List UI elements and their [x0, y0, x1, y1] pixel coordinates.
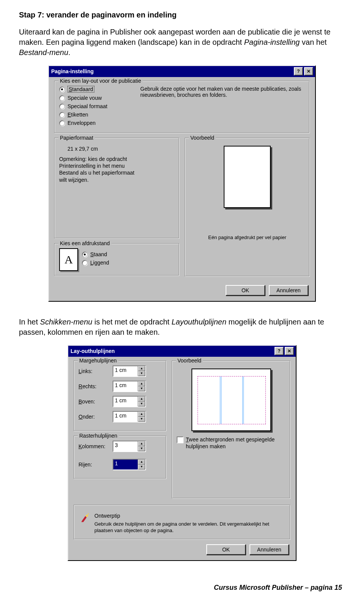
- paper-note: Opmerking: kies de opdracht Printerinste…: [59, 156, 143, 183]
- chevron-up-icon[interactable]: ▲: [138, 366, 145, 371]
- spin-onder[interactable]: 1 cm ▲▼: [113, 411, 146, 422]
- chevron-down-icon[interactable]: ▼: [138, 465, 145, 469]
- spin-value: 1: [113, 460, 138, 469]
- label-rijen: Rijen:: [78, 462, 113, 468]
- spin-rijen[interactable]: 1 ▲▼: [113, 459, 146, 470]
- dialog-title: Pagina-instelling: [51, 68, 94, 74]
- grid-legend: Rasterhulplijnen: [78, 433, 119, 439]
- wizard-icon: [80, 513, 91, 523]
- spin-rechts[interactable]: 1 cm ▲▼: [113, 381, 146, 392]
- close-icon[interactable]: ✕: [285, 347, 294, 355]
- text-italic: Schikken-menu: [40, 318, 93, 326]
- spin-links[interactable]: 1 cm ▲▼: [113, 365, 146, 377]
- radio-label: Standaard: [67, 86, 94, 93]
- orientation-legend: Kies een afdrukstand: [58, 240, 111, 246]
- page-preview-icon: [224, 146, 271, 208]
- spin-value: 1 cm: [113, 366, 138, 376]
- step-heading: Stap 7: verander de paginavorm en indeli…: [19, 11, 345, 19]
- ok-button[interactable]: OK: [206, 544, 246, 555]
- svg-marker-0: [82, 516, 87, 522]
- radio-icon: [82, 252, 88, 257]
- preview-fieldset: Voorbeeld Twee achtergronden met g: [172, 361, 290, 499]
- preview-fieldset: Voorbeeld Eén pagina afgedrukt per vel p…: [185, 138, 310, 277]
- checkbox-label: Twee achtergronden met gespiegelde hulpl…: [186, 436, 286, 450]
- spin-value: 1 cm: [113, 397, 138, 406]
- chevron-down-icon[interactable]: ▼: [138, 386, 145, 391]
- radio-icon: [59, 120, 65, 126]
- text: is het met de opdracht: [92, 318, 171, 326]
- radio-label: Enveloppen: [67, 120, 96, 126]
- layout-fieldset: Kies een lay-out voor de publicatie Stan…: [54, 81, 310, 133]
- chevron-up-icon[interactable]: ▲: [138, 397, 145, 402]
- radio-icon: [59, 112, 65, 118]
- preview-caption: Eén pagina afgedrukt per vel papier: [190, 235, 305, 241]
- grid-fieldset: Rasterhulplijnen Kolommen: 3 ▲▼ Rijen: 1: [74, 436, 166, 479]
- radio-etiketten[interactable]: Etiketten: [59, 112, 135, 118]
- radio-speciaal-formaat[interactable]: Speciaal formaat: [59, 103, 135, 109]
- margins-fieldset: Margehulplijnen Links: 1 cm ▲▼ Rechts:: [74, 361, 166, 431]
- radio-icon: [59, 95, 65, 101]
- radio-liggend[interactable]: Liggend: [82, 260, 109, 266]
- chevron-down-icon[interactable]: ▼: [138, 446, 145, 451]
- radio-enveloppen[interactable]: Enveloppen: [59, 120, 135, 126]
- tip-text: Gebruik deze hulplijnen om de pagina ond…: [94, 521, 284, 534]
- radio-label: Speciaal formaat: [67, 103, 107, 109]
- label-links: Links:: [78, 368, 113, 374]
- radio-icon: [82, 260, 88, 266]
- dialog-page-setup: Pagina-instelling ? ✕ Kies een lay-out v…: [48, 65, 316, 302]
- radio-icon: [59, 87, 65, 92]
- intro-paragraph: Uiteraard kan de pagina in Publisher ook…: [19, 27, 345, 58]
- cancel-button[interactable]: Annuleren: [249, 544, 289, 555]
- between-paragraph: In het Schikken-menu is het met de opdra…: [19, 317, 345, 337]
- checkbox-mirror[interactable]: [177, 436, 184, 443]
- layout-legend: Kies een lay-out voor de publicatie: [58, 78, 143, 84]
- dialog-title: Lay-outhulplijnen: [71, 348, 115, 354]
- paper-format-legend: Papierformaat: [58, 135, 95, 141]
- radio-label: Speciale vouw: [67, 95, 102, 101]
- spin-value: 1 cm: [113, 412, 138, 422]
- chevron-down-icon[interactable]: ▼: [138, 417, 145, 422]
- svg-rect-1: [86, 514, 88, 517]
- text-italic: Layouthulplijnen: [171, 318, 226, 326]
- orientation-fieldset: Kies een afdrukstand A Staand Lig: [54, 243, 179, 276]
- layout-preview-icon: [191, 369, 271, 431]
- help-icon[interactable]: ?: [275, 347, 284, 355]
- chevron-down-icon[interactable]: ▼: [138, 371, 145, 376]
- chevron-down-icon[interactable]: ▼: [138, 402, 145, 406]
- tip-title: Ontwerptip: [94, 513, 284, 519]
- radio-label: Liggend: [90, 260, 109, 266]
- chevron-up-icon[interactable]: ▲: [138, 412, 145, 417]
- ok-button[interactable]: OK: [226, 285, 265, 296]
- radio-speciale-vouw[interactable]: Speciale vouw: [59, 95, 135, 101]
- margins-legend: Margehulplijnen: [78, 358, 118, 364]
- spin-kolommen[interactable]: 3 ▲▼: [113, 441, 146, 452]
- design-tip: Ontwerptip Gebruik deze hulplijnen om de…: [74, 505, 290, 540]
- paper-format-fieldset: Papierformaat 21 x 29,7 cm Opmerking: ki…: [54, 138, 179, 239]
- radio-label: Staand: [90, 251, 107, 257]
- page-footer: Cursus Microsoft Publisher – pagina 15: [19, 584, 345, 592]
- label-boven: Boven:: [78, 399, 113, 405]
- spin-boven[interactable]: 1 cm ▲▼: [113, 396, 146, 407]
- radio-staand[interactable]: Staand: [82, 251, 109, 257]
- chevron-up-icon[interactable]: ▲: [138, 381, 145, 386]
- chevron-up-icon[interactable]: ▲: [138, 460, 145, 465]
- chevron-up-icon[interactable]: ▲: [138, 441, 145, 446]
- text: .: [68, 48, 71, 57]
- radio-standaard[interactable]: Standaard: [59, 86, 135, 93]
- help-icon[interactable]: ?: [294, 67, 303, 76]
- text: van het: [300, 38, 327, 46]
- radio-label: Etiketten: [67, 112, 88, 118]
- cancel-button[interactable]: Annuleren: [269, 285, 308, 296]
- dialog-layout-guides: Lay-outhulplijnen ? ✕ Margehulplijnen Li…: [67, 345, 297, 561]
- label-kolommen: Kolommen:: [78, 443, 113, 449]
- radio-icon: [59, 104, 65, 109]
- text-italic: Pagina-instelling: [244, 38, 300, 46]
- spin-value: 1 cm: [113, 381, 138, 391]
- titlebar-buttons: ? ✕: [275, 347, 294, 355]
- titlebar: Pagina-instelling ? ✕: [49, 66, 315, 77]
- spin-value: 3: [113, 441, 138, 451]
- label-onder: Onder:: [78, 414, 113, 420]
- close-icon[interactable]: ✕: [304, 67, 313, 76]
- orientation-preview-icon: A: [59, 248, 78, 271]
- paper-size: 21 x 29,7 cm: [59, 143, 174, 156]
